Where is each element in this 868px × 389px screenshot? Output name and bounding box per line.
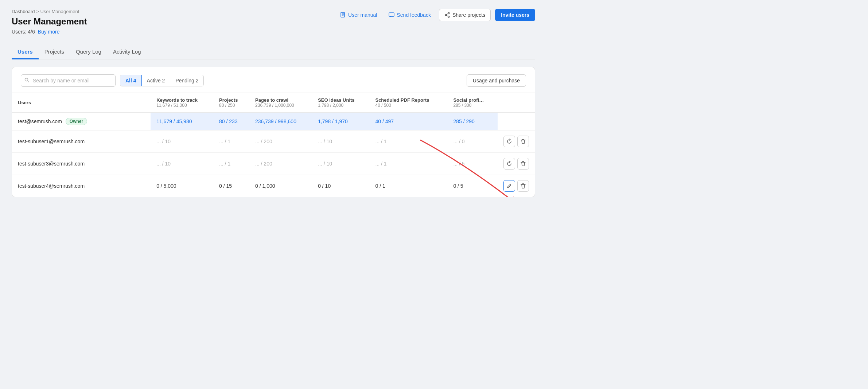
tab-users[interactable]: Users	[12, 45, 39, 59]
keywords-cell-2: ... / 10	[151, 153, 213, 175]
search-icon	[24, 78, 30, 84]
edit-icon	[507, 183, 512, 188]
trash-icon	[521, 161, 526, 167]
table-row: test-subuser4@semrush.com 0 / 5,000 0 / …	[12, 175, 535, 197]
message-icon	[389, 12, 394, 18]
filter-pending-button[interactable]: Pending 2	[170, 75, 203, 86]
user-email-cell: test-subuser3@semrush.com	[12, 153, 151, 175]
pdf-cell-0: 40 / 497	[369, 113, 447, 131]
trash-icon	[521, 139, 526, 144]
tab-query-log[interactable]: Query Log	[70, 45, 107, 59]
table-container: Users Keywords to track 11,679 / 51,000 …	[12, 93, 535, 197]
delete-button-2[interactable]	[517, 158, 529, 170]
pdf-cell-3: 0 / 1	[369, 175, 447, 197]
social-cell-3: 0 / 5	[447, 175, 498, 197]
seo-cell-1: ... / 10	[312, 131, 369, 153]
col-pages: Pages to crawl 236,739 / 1,000,000	[249, 93, 312, 113]
filter-active-button[interactable]: Active 2	[142, 75, 171, 86]
user-email-cell: test@semrush.com Owner	[12, 113, 151, 131]
seo-cell-2: ... / 10	[312, 153, 369, 175]
buy-more-link[interactable]: Buy more	[38, 29, 60, 35]
col-social: Social profi… 285 / 300	[447, 93, 498, 113]
col-actions	[498, 93, 535, 113]
resend-button-1[interactable]	[503, 136, 515, 147]
social-cell-2: ... / 5	[447, 153, 498, 175]
projects-cell-3: 0 / 15	[213, 175, 249, 197]
seo-cell-3: 0 / 10	[312, 175, 369, 197]
user-email-cell: test-subuser4@semrush.com	[12, 175, 151, 197]
table-wrap: Users Keywords to track 11,679 / 51,000 …	[12, 93, 535, 197]
pages-cell-2: ... / 200	[249, 153, 312, 175]
resend-icon	[506, 139, 512, 144]
social-cell-1: ... / 0	[447, 131, 498, 153]
pages-cell-0: 236,739 / 998,600	[249, 113, 312, 131]
search-input[interactable]	[21, 74, 116, 87]
filter-buttons: All 4 Active 2 Pending 2	[120, 75, 204, 86]
actions-cell-3	[498, 175, 535, 197]
table-row: test-subuser3@semrush.com ... / 10 ... /…	[12, 153, 535, 175]
col-users: Users	[12, 93, 151, 113]
user-email-cell: test-subuser1@semrush.com	[12, 131, 151, 153]
pdf-cell-1: ... / 1	[369, 131, 447, 153]
social-cell-0: 285 / 290	[447, 113, 498, 131]
page-title: User Management	[12, 16, 87, 27]
col-pdf: Scheduled PDF Reports 40 / 500	[369, 93, 447, 113]
delete-button-3[interactable]	[517, 180, 529, 192]
users-table: Users Keywords to track 11,679 / 51,000 …	[12, 93, 535, 197]
table-row: test-subuser1@semrush.com ... / 10 ... /…	[12, 131, 535, 153]
svg-point-4	[448, 16, 449, 17]
keywords-cell-3: 0 / 5,000	[151, 175, 213, 197]
users-count: Users: 4/6 Buy more	[12, 29, 87, 35]
table-row: test@semrush.com Owner 11,679 / 45,980 8…	[12, 113, 535, 131]
usage-and-purchase-button[interactable]: Usage and purchase	[467, 74, 526, 87]
pdf-cell-2: ... / 1	[369, 153, 447, 175]
invite-users-button[interactable]: Invite users	[495, 9, 535, 21]
owner-badge: Owner	[66, 118, 87, 125]
seo-cell-0: 1,798 / 1,970	[312, 113, 369, 131]
svg-point-6	[25, 78, 28, 81]
projects-cell-1: ... / 1	[213, 131, 249, 153]
actions-cell-1	[498, 131, 535, 153]
keywords-cell-1: ... / 10	[151, 131, 213, 153]
share-projects-button[interactable]: Share projects	[439, 9, 491, 21]
filter-all-button[interactable]: All 4	[120, 75, 142, 86]
share-icon	[444, 12, 450, 18]
tab-activity-log[interactable]: Activity Log	[107, 45, 147, 59]
breadcrumb: Dashboard > User Management	[12, 9, 87, 14]
send-feedback-button[interactable]: Send feedback	[385, 10, 434, 20]
filter-bar: All 4 Active 2 Pending 2 Usage and purch…	[12, 67, 535, 93]
keywords-cell-0: 11,679 / 45,980	[151, 113, 213, 131]
tabs: Users Projects Query Log Activity Log	[12, 45, 535, 59]
svg-point-3	[448, 12, 449, 14]
pages-cell-1: ... / 200	[249, 131, 312, 153]
book-icon	[340, 12, 346, 18]
projects-cell-0: 80 / 233	[213, 113, 249, 131]
actions-cell-0	[498, 113, 535, 131]
col-seo: SEO Ideas Units 1,798 / 2,000	[312, 93, 369, 113]
edit-button-3[interactable]	[503, 180, 515, 192]
tab-projects[interactable]: Projects	[39, 45, 70, 59]
main-card: All 4 Active 2 Pending 2 Usage and purch…	[12, 67, 535, 197]
trash-icon	[521, 183, 526, 189]
resend-icon	[506, 161, 512, 167]
projects-cell-2: ... / 1	[213, 153, 249, 175]
user-manual-button[interactable]: User manual	[336, 10, 381, 20]
resend-button-2[interactable]	[503, 158, 515, 170]
col-projects: Projects 80 / 250	[213, 93, 249, 113]
search-wrap	[21, 74, 116, 87]
delete-button-1[interactable]	[517, 136, 529, 147]
pages-cell-3: 0 / 1,000	[249, 175, 312, 197]
actions-cell-2	[498, 153, 535, 175]
col-keywords: Keywords to track 11,679 / 51,000	[151, 93, 213, 113]
